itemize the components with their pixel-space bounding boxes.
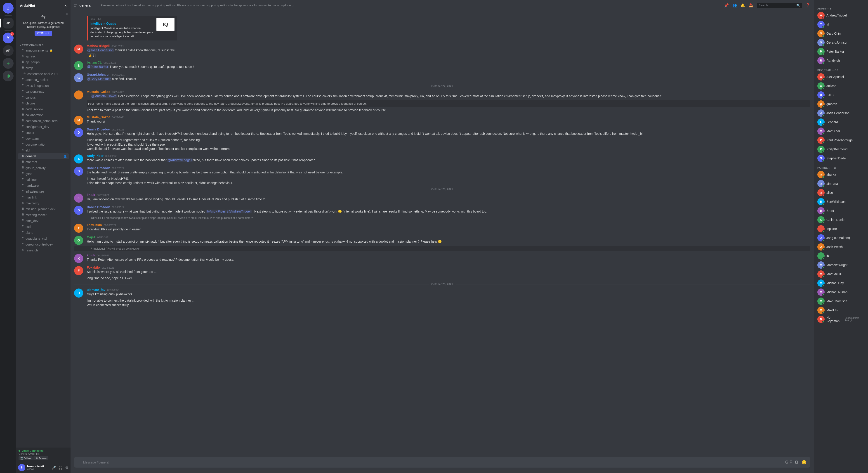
member-item-philip[interactable]: P PhilipKocmoud — [815, 145, 866, 154]
member-item-randy[interactable]: R Randy ch — [815, 56, 866, 65]
close-popup-button[interactable]: ✕ — [66, 12, 69, 16]
message-username[interactable]: GerardJohnson — [87, 73, 110, 77]
channel-item-chibios[interactable]: # chibios — [18, 100, 69, 106]
member-item-matt-mcgill[interactable]: M Matt McGill — [815, 269, 866, 278]
channel-item-antenna_tracker[interactable]: # antenna_tracker — [18, 77, 69, 83]
inbox-button[interactable]: 📥 — [749, 3, 753, 7]
emoji-button[interactable]: 😊 — [802, 460, 807, 465]
embed-title[interactable]: Intelligent Quads — [90, 22, 154, 25]
member-item-michael-day[interactable]: M Michael Day — [815, 278, 866, 288]
text-channels-category[interactable]: TEXT CHANNELS — [16, 40, 70, 48]
member-item-mathew-wright[interactable]: M Mathew Wright — [815, 261, 866, 269]
channel-item-qgroundcontrol[interactable]: # qgroundcontrol-dev — [18, 241, 69, 247]
message-username[interactable]: Gaja1 — [87, 235, 95, 239]
member-item-paul-roseborough[interactable]: P Paul Roseborough — [815, 136, 866, 145]
channel-item-documentation[interactable]: # documentation — [18, 142, 69, 147]
member-item-aburka[interactable]: a aburka — [815, 170, 866, 179]
message-username[interactable]: Foxabilo — [87, 266, 100, 269]
channel-item-canberra[interactable]: # canberra-uav — [18, 89, 69, 94]
member-item-stephendade[interactable]: S StephenDade — [815, 154, 866, 163]
message-username[interactable]: Mustafa_Gokce — [87, 90, 110, 94]
member-item-gerardjohnson[interactable]: G GerardJohnson — [815, 38, 866, 47]
sticker-button[interactable]: 🗒 — [795, 460, 799, 465]
channel-item-omc_dev[interactable]: # omc_dev — [18, 218, 69, 224]
channel-item-companion[interactable]: # companion_computers — [18, 118, 69, 124]
member-item-aimrana[interactable]: a aimrana — [815, 179, 866, 188]
member-item-gmorph[interactable]: g gmorph — [815, 99, 866, 109]
member-item-andrewtridgell[interactable]: A AndrewTridgell — [815, 11, 866, 20]
member-item-alice[interactable]: a alice — [815, 188, 866, 197]
message-username[interactable]: MathewTridgell — [87, 44, 110, 48]
message-input[interactable] — [83, 458, 782, 467]
member-item-brent[interactable]: B Brent — [815, 206, 866, 215]
channel-item-dev-team[interactable]: # dev-team — [18, 136, 69, 142]
explore-button[interactable]: ⊕ — [3, 70, 13, 81]
gif-button[interactable]: GIF — [785, 460, 792, 465]
video-button[interactable]: 📷 Video — [19, 456, 33, 460]
member-item-mike-domisch[interactable]: M Mike_Domisch — [815, 297, 866, 306]
home-button[interactable]: ⌂ — [3, 3, 13, 13]
channel-item-conference-april[interactable]: # conference-april-2021 — [20, 71, 69, 77]
add-server-button[interactable]: + — [3, 58, 13, 69]
member-item-inplane[interactable]: I Inplane — [815, 224, 866, 233]
quick-switcher-shortcut[interactable]: CTRL + K — [35, 31, 52, 36]
message-username[interactable]: kniuk — [87, 193, 95, 197]
member-item-peter-barker[interactable]: P Peter Barker — [815, 47, 866, 56]
message-username[interactable]: Danila Drozdov — [87, 205, 110, 209]
channel-item-mavilink[interactable]: # mavilink — [18, 195, 69, 200]
member-item-alex-apostol[interactable]: A Alex Apostol — [815, 72, 866, 81]
member-item-trl[interactable]: T trl — [815, 20, 866, 29]
server-name-header[interactable]: ArduPilot ✕ — [16, 0, 70, 11]
channel-item-canbus[interactable]: # canbus — [18, 94, 69, 100]
member-item-mikelev[interactable]: M MikeLev — [815, 306, 866, 315]
channel-item-quadplane[interactable]: # quadplane_vtol — [18, 236, 69, 241]
message-username[interactable]: Danila Drozdov — [87, 127, 110, 131]
server-icon-1[interactable]: Y 9+ — [3, 33, 13, 43]
message-username[interactable]: Mustafa_Gokce — [87, 115, 110, 119]
message-username[interactable]: TomPitkin — [87, 223, 102, 227]
attach-button[interactable]: + — [78, 457, 81, 468]
channel-item-gsoc[interactable]: # gsoc — [18, 171, 69, 177]
notifications-button[interactable]: 🔔 — [741, 3, 745, 7]
channel-item-ethernet[interactable]: # ethernet — [18, 159, 69, 165]
member-item-matt-kear[interactable]: M Matt Kear — [815, 127, 866, 136]
channel-item-mission_planner[interactable]: # mission_planner_dev — [18, 206, 69, 212]
message-username[interactable]: kniuk — [87, 254, 95, 257]
channel-item-bvlos[interactable]: # bvlos-integration — [18, 83, 69, 89]
member-item-anilcar[interactable]: a anilcar — [815, 81, 866, 90]
channel-item-configurator[interactable]: # configurator_dev — [18, 124, 69, 130]
channel-item-blimp[interactable]: # blimp — [18, 65, 69, 71]
member-item-josh-welsh[interactable]: J Josh Welsh — [815, 242, 866, 252]
member-item-not-feynman[interactable]: N Not Feynman Unbound from Earth, I... — [815, 315, 866, 324]
channel-item-hardware[interactable]: # hardware — [18, 183, 69, 188]
member-item-bill-b[interactable]: B Bill B — [815, 90, 866, 99]
mute-button[interactable]: 🎤 — [51, 465, 57, 470]
channel-item-hal-linux[interactable]: # hal-linux — [18, 177, 69, 183]
search-input[interactable] — [758, 4, 795, 7]
member-item-benwilkinson[interactable]: B BenWilkinson — [815, 197, 866, 206]
channel-item-github[interactable]: # github_activity — [18, 165, 69, 171]
members-button[interactable]: 👥 — [733, 3, 737, 7]
channel-item-announcements[interactable]: # announcements 🔒 — [18, 48, 69, 53]
ardupilot-server-icon[interactable]: AP — [3, 18, 13, 29]
message-username[interactable]: Andy Piper — [87, 154, 103, 157]
channel-item-copter[interactable]: # copter — [18, 130, 69, 136]
message-username[interactable]: banzayCL — [87, 61, 102, 64]
channel-item-ap_periph[interactable]: # ap_periph — [18, 59, 69, 65]
message-username[interactable]: ultimate_fpv — [87, 288, 105, 292]
channel-item-mavproxy[interactable]: # mavproxy — [18, 200, 69, 206]
channel-item-general[interactable]: # general 👤 — [18, 153, 69, 159]
member-item-josh-henderson[interactable]: J Josh Henderson — [815, 109, 866, 118]
help-button[interactable]: ❓ — [806, 3, 810, 7]
channel-item-code_review[interactable]: # code_review — [18, 106, 69, 112]
search-bar[interactable]: 🔍 — [757, 3, 802, 8]
member-item-jang[interactable]: J Jang (D-Makers) — [815, 233, 866, 242]
member-item-lb[interactable]: l lb — [815, 252, 866, 261]
member-item-leonard[interactable]: L Leonard — [815, 118, 866, 127]
channel-item-ekf[interactable]: # ekf — [18, 147, 69, 153]
channel-item-ap_esc[interactable]: # ap_esc — [18, 53, 69, 59]
member-item-gary-chin[interactable]: G Gary Chin — [815, 29, 866, 38]
deafen-button[interactable]: 🎧 — [58, 465, 63, 470]
channel-item-collaboration[interactable]: # collaboration — [18, 112, 69, 118]
channel-item-research[interactable]: # research — [18, 247, 69, 253]
